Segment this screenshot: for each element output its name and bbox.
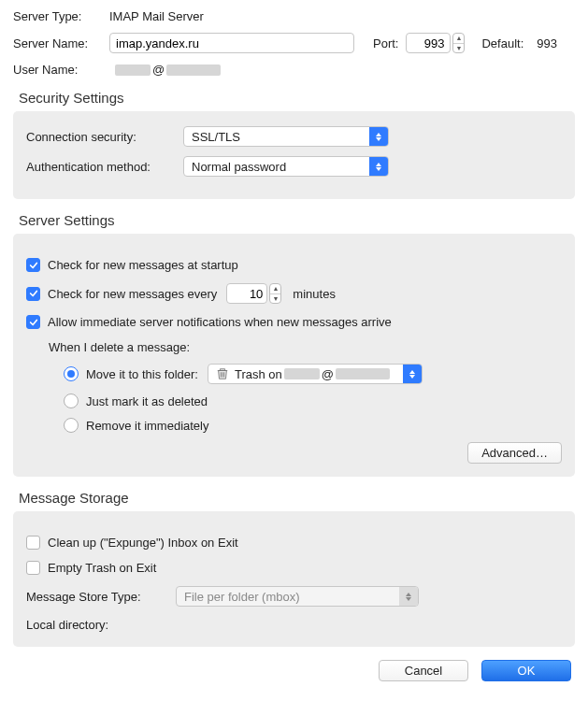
expunge-label: Clean up ("Expunge") Inbox on Exit [48, 536, 238, 550]
check-every-label: Check for new messages every [48, 287, 217, 301]
local-directory-label: Local directory: [26, 618, 562, 632]
ok-button[interactable]: OK [481, 660, 571, 681]
redacted-text [166, 64, 221, 76]
store-type-label: Message Store Type: [26, 590, 176, 604]
chevron-down-icon: ▼ [453, 44, 464, 53]
check-startup-checkbox[interactable] [26, 258, 40, 272]
advanced-button[interactable]: Advanced… [467, 442, 562, 464]
default-port-value: 993 [537, 36, 557, 50]
expunge-checkbox[interactable] [26, 536, 40, 550]
check-every-checkbox[interactable] [26, 287, 40, 301]
interval-stepper[interactable]: ▲ ▼ [269, 283, 281, 304]
radio-mark-label: Just mark it as deleted [86, 394, 208, 408]
select-arrows-icon [403, 365, 422, 383]
auth-method-label: Authentication method: [26, 160, 183, 174]
security-panel: Connection security: SSL/TLS Authenticat… [13, 111, 575, 199]
delete-message-title: When I delete a message: [49, 340, 562, 354]
select-arrows-icon [399, 587, 418, 606]
auth-method-select[interactable]: Normal password [183, 156, 389, 177]
user-name-input[interactable]: @ [109, 63, 354, 77]
server-name-label: Server Name: [13, 36, 102, 50]
push-notify-label: Allow immediate server notifications whe… [48, 315, 392, 329]
connection-security-select[interactable]: SSL/TLS [183, 126, 389, 147]
trash-icon [216, 367, 229, 380]
chevron-up-icon: ▲ [270, 284, 280, 294]
port-stepper[interactable]: ▲ ▼ [452, 33, 465, 53]
empty-trash-checkbox[interactable] [26, 561, 40, 575]
trash-folder-prefix: Trash on [235, 367, 282, 381]
minutes-label: minutes [293, 287, 336, 301]
empty-trash-label: Empty Trash on Exit [48, 561, 156, 575]
section-title-security: Security Settings [19, 90, 575, 106]
radio-move-folder[interactable] [64, 366, 79, 381]
radio-mark-deleted[interactable] [64, 393, 79, 408]
select-arrows-icon [369, 157, 388, 176]
trash-folder-select[interactable]: Trash on @ [208, 364, 423, 384]
cancel-button[interactable]: Cancel [379, 660, 468, 681]
chevron-down-icon: ▼ [270, 294, 280, 304]
server-type-label: Server Type: [13, 9, 102, 23]
store-type-value: File per folder (mbox) [184, 590, 300, 604]
at-sign: @ [152, 63, 165, 77]
chevron-up-icon: ▲ [453, 34, 464, 44]
auth-method-value: Normal password [192, 160, 286, 174]
section-title-server: Server Settings [19, 212, 575, 228]
radio-remove-immediately[interactable] [64, 418, 79, 433]
redacted-text [284, 368, 320, 379]
at-sign: @ [322, 367, 334, 381]
port-input[interactable] [406, 33, 451, 53]
redacted-text [115, 64, 151, 76]
radio-remove-label: Remove it immediately [86, 419, 209, 433]
server-type-value: IMAP Mail Server [109, 9, 204, 23]
connection-security-value: SSL/TLS [192, 130, 240, 144]
select-arrows-icon [369, 127, 388, 146]
connection-security-label: Connection security: [26, 130, 183, 144]
section-title-storage: Message Storage [19, 490, 575, 506]
storage-panel: Clean up ("Expunge") Inbox on Exit Empty… [13, 511, 575, 647]
default-port-label: Default: [481, 36, 523, 50]
check-startup-label: Check for new messages at startup [48, 258, 238, 272]
server-panel: Check for new messages at startup Check … [13, 234, 575, 477]
store-type-select[interactable]: File per folder (mbox) [176, 586, 419, 607]
server-name-input[interactable] [109, 33, 354, 53]
user-name-label: User Name: [13, 63, 102, 77]
redacted-text [336, 368, 390, 379]
check-interval-input[interactable] [226, 283, 267, 304]
push-notify-checkbox[interactable] [26, 315, 40, 329]
radio-move-label: Move it to this folder: [86, 367, 198, 381]
port-label: Port: [373, 36, 398, 50]
